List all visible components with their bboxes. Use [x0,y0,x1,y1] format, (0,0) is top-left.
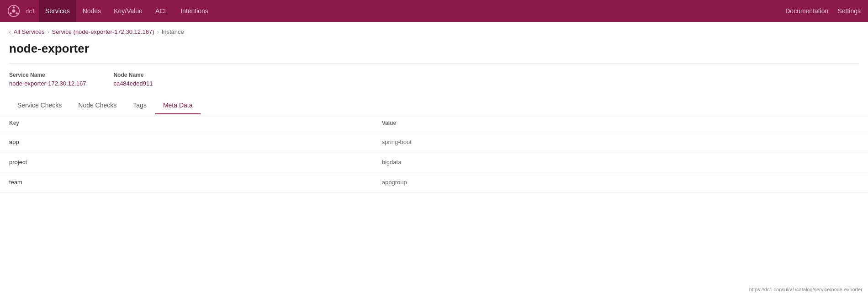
documentation-link[interactable]: Documentation [785,7,828,15]
chevron-left-icon: ‹ [9,29,11,35]
node-name-value: ca484eded911 [113,80,153,87]
nav-keyvalue[interactable]: Key/Value [107,0,149,22]
service-name-label: Service Name [9,72,86,78]
node-name-block: Node Name ca484eded911 [113,72,153,87]
breadcrumb-all-services[interactable]: All Services [14,28,45,35]
meta-value-cell: appgroup [373,172,868,192]
meta-value-cell: bigdata [373,152,868,172]
meta-key-cell: team [0,172,373,192]
tab-tags[interactable]: Tags [125,97,155,114]
navbar-right: Documentation Settings [785,7,861,15]
node-name-label: Node Name [113,72,153,78]
breadcrumb-instance: Instance [162,28,184,35]
tab-service-checks[interactable]: Service Checks [9,97,70,114]
meta-key-cell: app [0,132,373,152]
meta-value-cell: spring-boot [373,132,868,152]
page-title: node-exporter [0,40,868,63]
svg-point-3 [16,12,17,14]
service-info: Service Name node-exporter-172.30.12.167… [0,64,868,95]
node-name-link[interactable]: ca484eded911 [113,80,153,87]
breadcrumb: ‹ All Services › Service (node-exporter-… [0,22,868,40]
meta-table: Key Value appspring-bootprojectbigdatate… [0,114,868,192]
tabs: Service Checks Node Checks Tags Meta Dat… [0,97,868,114]
table-row: teamappgroup [0,172,868,192]
svg-point-2 [13,6,15,8]
nav-acl[interactable]: ACL [149,0,174,22]
meta-key-cell: project [0,152,373,172]
nav-items: Services Nodes Key/Value ACL Intentions [39,0,215,22]
consul-logo [7,5,20,17]
dc-label: dc1 [26,8,35,15]
nav-intentions[interactable]: Intentions [174,0,215,22]
breadcrumb-service[interactable]: Service (node-exporter-172.30.12.167) [52,28,154,35]
svg-point-1 [12,10,16,13]
service-name-block: Service Name node-exporter-172.30.12.167 [9,72,86,87]
col-header-key: Key [0,114,373,132]
svg-point-4 [10,12,11,14]
table-row: projectbigdata [0,152,868,172]
service-name-value: node-exporter-172.30.12.167 [9,80,86,87]
tab-node-checks[interactable]: Node Checks [70,97,125,114]
breadcrumb-sep-2: › [157,29,159,35]
nav-services[interactable]: Services [39,0,76,22]
service-name-link[interactable]: node-exporter-172.30.12.167 [9,80,86,87]
settings-link[interactable]: Settings [837,7,861,15]
col-header-value: Value [373,114,868,132]
breadcrumb-sep-1: › [48,29,49,35]
nav-nodes[interactable]: Nodes [76,0,107,22]
navbar: dc1 Services Nodes Key/Value ACL Intenti… [0,0,868,22]
table-row: appspring-boot [0,132,868,152]
tab-meta-data[interactable]: Meta Data [155,97,201,114]
